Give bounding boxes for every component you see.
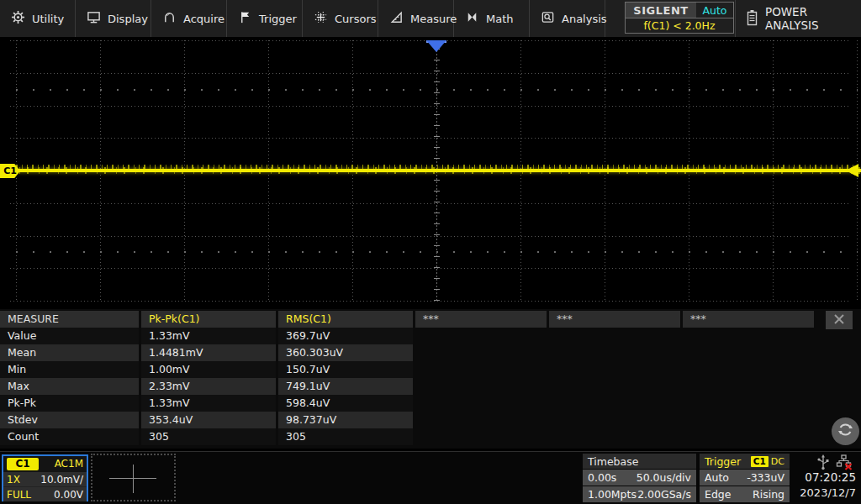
menu-utility[interactable]: Utility <box>0 0 76 37</box>
measure-row-max: Max 2.33mV 749.1uV <box>0 378 413 395</box>
menu-display[interactable]: Display <box>76 0 151 37</box>
timebase-scale: 50.0us/div <box>637 471 691 484</box>
menu-cursors[interactable]: Cursors <box>303 0 378 37</box>
display-icon <box>87 10 101 27</box>
measure-row-count: Count 305 305 <box>0 428 413 445</box>
trigger-mode: Auto <box>705 471 729 484</box>
trigger-type: Edge <box>705 488 731 501</box>
menu-measure-label: Measure <box>410 13 457 25</box>
menu-cursors-label: Cursors <box>335 13 377 25</box>
timebase-sample-rate: 2.00GSa/s <box>637 488 691 501</box>
trigger-level-marker[interactable] <box>846 164 858 177</box>
channel1-bandwidth: FULL <box>7 489 31 501</box>
brand-block: SIGLENT Auto f(C1) < 2.0Hz <box>605 0 736 37</box>
menu-acquire[interactable]: Acquire <box>151 0 227 37</box>
menu-analysis-label: Analysis <box>562 13 607 25</box>
flag-icon <box>238 10 252 27</box>
measure-header-row: MEASURE Pk-Pk(C1) RMS(C1) *** *** *** <box>0 311 814 328</box>
refresh-widget[interactable] <box>832 417 859 445</box>
clock-time[interactable]: 07:20:25 <box>789 470 856 484</box>
add-channel-placeholder[interactable] <box>91 454 176 501</box>
cursors-icon <box>314 10 328 27</box>
trigger-coupling: DC <box>771 456 784 467</box>
measure-row-mean: Mean 1.4481mV 360.303uV <box>0 344 413 361</box>
trigger-slope: Rising <box>753 488 784 501</box>
menu-analysis[interactable]: Analysis <box>530 0 605 37</box>
menu-math-label: Math <box>486 13 514 25</box>
math-icon <box>465 10 479 27</box>
acquisition-status: Auto <box>696 3 733 18</box>
channel1-trace[interactable] <box>0 163 861 176</box>
siglent-logo: SIGLENT <box>626 3 696 18</box>
menu-display-label: Display <box>108 13 148 25</box>
measure-column-rms[interactable]: RMS(C1) <box>278 311 413 328</box>
clock-date[interactable]: 2023/12/7 <box>784 486 856 499</box>
trigger-source-chip: C1 <box>751 456 769 467</box>
oscilloscope-screen: Utility Display Acquire Trigger Cursors … <box>0 0 861 504</box>
measure-row-pkpk: Pk-Pk 1.33mV 598.4uV <box>0 395 413 412</box>
channel1-coupling: AC1M <box>55 458 83 470</box>
measure-icon <box>389 10 404 27</box>
measure-column-empty-2[interactable]: *** <box>549 311 680 328</box>
gear-icon <box>11 10 25 27</box>
measure-row-value: Value 1.33mV 369.7uV <box>0 328 413 344</box>
channel1-descriptor-box[interactable]: C1 AC1M 1X 10.0mV/ FULL 0.00V <box>2 454 88 501</box>
bottom-bar: C1 AC1M 1X 10.0mV/ FULL 0.00V Timebase 0… <box>0 452 861 504</box>
menu-trigger-label: Trigger <box>259 13 297 25</box>
close-icon <box>833 312 845 328</box>
timebase-box[interactable]: Timebase 0.00s 50.0us/div 1.00Mpts 2.00G… <box>583 454 696 502</box>
power-analysis-label: POWER ANALYSIS <box>765 5 861 32</box>
channel1-probe: 1X <box>7 474 20 486</box>
menu-measure[interactable]: Measure <box>378 0 454 37</box>
crosshair-icon <box>133 465 134 493</box>
power-analysis-button[interactable]: POWER ANALYSIS <box>736 0 861 37</box>
measure-row-min: Min 1.00mV 150.7uV <box>0 361 413 378</box>
menu-math[interactable]: Math <box>454 0 530 37</box>
measure-title: MEASURE <box>0 311 139 328</box>
timebase-memory: 1.00Mpts <box>588 488 637 501</box>
battery-icon <box>746 9 758 29</box>
trigger-position-marker[interactable] <box>426 40 446 52</box>
measure-panel: MEASURE Pk-Pk(C1) RMS(C1) *** *** *** Va… <box>0 309 861 449</box>
measure-column-empty-1[interactable]: *** <box>415 311 547 328</box>
analysis-icon <box>541 10 555 27</box>
channel1-scale: 10.0mV/ <box>40 474 83 486</box>
measure-column-empty-3[interactable]: *** <box>683 311 814 328</box>
menu-utility-label: Utility <box>32 13 64 25</box>
menu-bar: Utility Display Acquire Trigger Cursors … <box>0 0 861 37</box>
waveform-display[interactable]: C1 <box>0 37 861 306</box>
acquire-icon <box>162 10 177 27</box>
measure-column-pkpk[interactable]: Pk-Pk(C1) <box>141 311 276 328</box>
menu-trigger[interactable]: Trigger <box>227 0 303 37</box>
acquisition-status-box[interactable]: SIGLENT Auto f(C1) < 2.0Hz <box>625 2 734 34</box>
trigger-level: -333uV <box>747 471 784 484</box>
trigger-label: Trigger <box>705 455 741 468</box>
frequency-counter: f(C1) < 2.0Hz <box>626 18 733 33</box>
refresh-icon <box>836 420 855 443</box>
timebase-label: Timebase <box>588 455 638 468</box>
measure-row-stdev: Stdev 353.4uV 98.737uV <box>0 412 413 428</box>
channel1-offset: 0.00V <box>54 489 83 501</box>
trigger-box[interactable]: Trigger C1 DC Auto -333uV Edge Rising <box>700 454 790 502</box>
channel1-name-chip: C1 <box>7 458 39 470</box>
menu-acquire-label: Acquire <box>183 13 224 25</box>
timebase-delay: 0.00s <box>588 471 616 484</box>
measure-close-button[interactable] <box>826 311 853 329</box>
